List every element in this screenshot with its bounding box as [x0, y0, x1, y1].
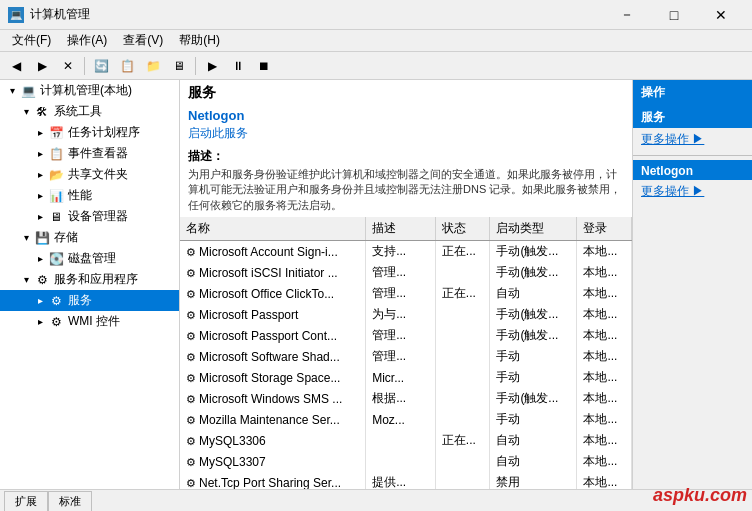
tree-expand-9[interactable]: ▾: [18, 272, 34, 288]
services-table-container[interactable]: 名称描述状态启动类型登录 ⚙Microsoft Account Sign-i..…: [180, 217, 632, 489]
toolbar-forward[interactable]: ▶: [30, 55, 54, 77]
status-tab-standard[interactable]: 标准: [48, 491, 92, 511]
tree-item-1[interactable]: ▾🛠系统工具: [0, 101, 179, 122]
tree-item-6[interactable]: ▸🖥设备管理器: [0, 206, 179, 227]
table-cell-4-1: 管理...: [366, 325, 436, 346]
tree-icon-0: 💻: [20, 83, 36, 99]
minimize-button[interactable]: －: [604, 0, 650, 30]
toolbar-folder[interactable]: 📁: [141, 55, 165, 77]
start-service-link[interactable]: 启动此服务: [188, 126, 248, 140]
table-cell-11-1: 提供...: [366, 472, 436, 489]
col-header-1[interactable]: 描述: [366, 217, 436, 241]
table-cell-2-4: 本地...: [577, 283, 632, 304]
tree-expand-8[interactable]: ▸: [32, 251, 48, 267]
table-cell-8-0: ⚙Mozilla Maintenance Ser...: [180, 409, 366, 430]
services-table: 名称描述状态启动类型登录 ⚙Microsoft Account Sign-i..…: [180, 217, 632, 489]
tree-expand-6[interactable]: ▸: [32, 209, 48, 225]
tree-item-9[interactable]: ▾⚙服务和应用程序: [0, 269, 179, 290]
tree-expand-10[interactable]: ▸: [32, 293, 48, 309]
table-row[interactable]: ⚙Microsoft Software Shad...管理...手动本地...: [180, 346, 632, 367]
table-row[interactable]: ⚙MySQL3306正在...自动本地...: [180, 430, 632, 451]
tree-item-4[interactable]: ▸📂共享文件夹: [0, 164, 179, 185]
tree-label-0: 计算机管理(本地): [40, 82, 132, 99]
tree-item-8[interactable]: ▸💽磁盘管理: [0, 248, 179, 269]
col-header-3[interactable]: 启动类型: [490, 217, 577, 241]
tree-item-2[interactable]: ▸📅任务计划程序: [0, 122, 179, 143]
table-row[interactable]: ⚙Microsoft Windows SMS ...根据...手动(触发...本…: [180, 388, 632, 409]
table-cell-4-2: [435, 325, 490, 346]
toolbar-pause[interactable]: ⏸: [226, 55, 250, 77]
toolbar-stop[interactable]: ✕: [56, 55, 80, 77]
col-header-0[interactable]: 名称: [180, 217, 366, 241]
toolbar-computer[interactable]: 🖥: [167, 55, 191, 77]
table-row[interactable]: ⚙Microsoft Storage Space...Micr...手动本地..…: [180, 367, 632, 388]
action-more-services[interactable]: 更多操作 ▶: [633, 128, 752, 151]
tree-item-11[interactable]: ▸⚙WMI 控件: [0, 311, 179, 332]
table-row[interactable]: ⚙MySQL3307自动本地...: [180, 451, 632, 472]
table-row[interactable]: ⚙Microsoft Passport为与...手动(触发...本地...: [180, 304, 632, 325]
table-cell-3-4: 本地...: [577, 304, 632, 325]
tree-expand-5[interactable]: ▸: [32, 188, 48, 204]
table-cell-8-4: 本地...: [577, 409, 632, 430]
tree-expand-1[interactable]: ▾: [18, 104, 34, 120]
tree-label-10: 服务: [68, 292, 92, 309]
action-more-netlogon[interactable]: 更多操作 ▶: [633, 180, 752, 203]
tree-item-0[interactable]: ▾💻计算机管理(本地): [0, 80, 179, 101]
main-layout: ▾💻计算机管理(本地)▾🛠系统工具▸📅任务计划程序▸📋事件查看器▸📂共享文件夹▸…: [0, 80, 752, 489]
selected-service-name: Netlogon: [188, 108, 624, 123]
tree-icon-2: 📅: [48, 125, 64, 141]
left-panel-tree: ▾💻计算机管理(本地)▾🛠系统工具▸📅任务计划程序▸📋事件查看器▸📂共享文件夹▸…: [0, 80, 180, 489]
table-row[interactable]: ⚙Mozilla Maintenance Ser...Moz...手动本地...: [180, 409, 632, 430]
menu-item-3[interactable]: 帮助(H): [171, 30, 228, 51]
col-header-2[interactable]: 状态: [435, 217, 490, 241]
actions-header: 操作: [633, 80, 752, 105]
tree-expand-7[interactable]: ▾: [18, 230, 34, 246]
status-tab-extended[interactable]: 扩展: [4, 491, 48, 511]
maximize-button[interactable]: □: [651, 0, 697, 30]
table-cell-0-4: 本地...: [577, 241, 632, 263]
col-header-4[interactable]: 登录: [577, 217, 632, 241]
tree-expand-3[interactable]: ▸: [32, 146, 48, 162]
table-row[interactable]: ⚙Net.Tcp Port Sharing Ser...提供...禁用本地...: [180, 472, 632, 489]
tree-item-5[interactable]: ▸📊性能: [0, 185, 179, 206]
menu-item-0[interactable]: 文件(F): [4, 30, 59, 51]
table-row[interactable]: ⚙Microsoft Account Sign-i...支持...正在...手动…: [180, 241, 632, 263]
table-row[interactable]: ⚙Microsoft Office ClickTo...管理...正在...自动…: [180, 283, 632, 304]
table-cell-10-2: [435, 451, 490, 472]
toolbar-copy[interactable]: 📋: [115, 55, 139, 77]
toolbar-refresh[interactable]: 🔄: [89, 55, 113, 77]
toolbar-play[interactable]: ▶: [200, 55, 224, 77]
table-cell-7-2: [435, 388, 490, 409]
tree-expand-2[interactable]: ▸: [32, 125, 48, 141]
menu-bar: 文件(F)操作(A)查看(V)帮助(H): [0, 30, 752, 52]
table-cell-10-4: 本地...: [577, 451, 632, 472]
table-cell-9-3: 自动: [490, 430, 577, 451]
table-cell-6-3: 手动: [490, 367, 577, 388]
table-cell-6-4: 本地...: [577, 367, 632, 388]
toolbar-stop2[interactable]: ⏹: [252, 55, 276, 77]
tree-expand-4[interactable]: ▸: [32, 167, 48, 183]
tree-expand-11[interactable]: ▸: [32, 314, 48, 330]
tree-label-9: 服务和应用程序: [54, 271, 138, 288]
tree-item-7[interactable]: ▾💾存储: [0, 227, 179, 248]
menu-item-2[interactable]: 查看(V): [115, 30, 171, 51]
tree-label-3: 事件查看器: [68, 145, 128, 162]
table-cell-1-4: 本地...: [577, 262, 632, 283]
tree-expand-0[interactable]: ▾: [4, 83, 20, 99]
tree-item-10[interactable]: ▸⚙服务: [0, 290, 179, 311]
table-row[interactable]: ⚙Microsoft iSCSI Initiator ...管理...手动(触发…: [180, 262, 632, 283]
table-row[interactable]: ⚙Microsoft Passport Cont...管理...手动(触发...…: [180, 325, 632, 346]
desc-text: 为用户和服务身份验证维护此计算机和域控制器之间的安全通道。如果此服务被停用，计算…: [188, 167, 624, 213]
menu-item-1[interactable]: 操作(A): [59, 30, 115, 51]
tree-icon-5: 📊: [48, 188, 64, 204]
close-button[interactable]: ✕: [698, 0, 744, 30]
tree-item-3[interactable]: ▸📋事件查看器: [0, 143, 179, 164]
table-cell-10-3: 自动: [490, 451, 577, 472]
table-cell-5-3: 手动: [490, 346, 577, 367]
table-cell-2-0: ⚙Microsoft Office ClickTo...: [180, 283, 366, 304]
table-cell-2-2: 正在...: [435, 283, 490, 304]
tree-label-4: 共享文件夹: [68, 166, 128, 183]
tree-icon-3: 📋: [48, 146, 64, 162]
toolbar-back[interactable]: ◀: [4, 55, 28, 77]
actions-section-netlogon: Netlogon: [633, 160, 752, 180]
